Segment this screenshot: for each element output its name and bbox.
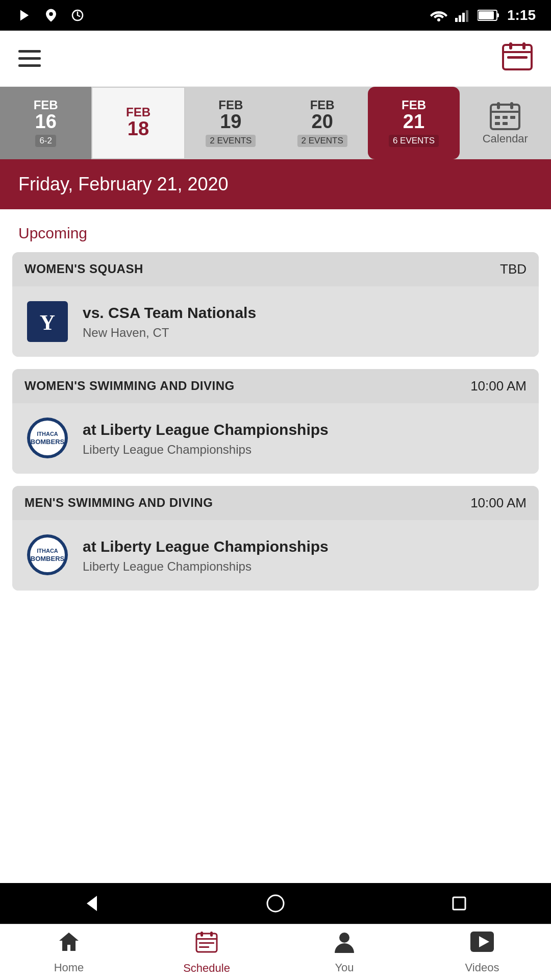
time-display: 1:15 xyxy=(507,7,536,23)
svg-rect-11 xyxy=(503,51,532,53)
event-card-header: WOMEN'S SWIMMING AND DIVING 10:00 AM xyxy=(12,369,539,403)
home-icon xyxy=(57,930,81,958)
date-tab-feb18[interactable]: FEB 18 xyxy=(91,87,185,159)
date-tab-feb19[interactable]: FEB 19 2 EVENTS xyxy=(185,87,277,159)
event-card-header: MEN'S SWIMMING AND DIVING 10:00 AM xyxy=(12,486,539,520)
play-icon xyxy=(15,6,34,24)
status-icons-left xyxy=(15,6,87,24)
nav-schedule[interactable]: Schedule xyxy=(138,924,276,980)
svg-rect-16 xyxy=(491,111,519,113)
nav-you[interactable]: You xyxy=(276,924,413,980)
svg-rect-6 xyxy=(466,10,468,22)
battery-icon xyxy=(478,9,500,21)
event-details: vs. CSA Team Nationals New Haven, CT xyxy=(83,303,527,340)
svg-rect-41 xyxy=(199,942,214,944)
upcoming-section-label: Upcoming xyxy=(0,209,551,252)
svg-point-43 xyxy=(339,933,349,943)
svg-rect-8 xyxy=(497,13,499,17)
date-selector: FEB 16 6-2 FEB 18 FEB 19 2 EVENTS FEB 20… xyxy=(0,87,551,159)
event-card-body: ITHACA BOMBERS at Liberty League Champio… xyxy=(12,520,539,591)
events-list: WOMEN'S SQUASH TBD Y vs. CSA Team Nation… xyxy=(0,252,551,591)
event-details: at Liberty League Championships Liberty … xyxy=(83,420,527,457)
event-card-mens-swimming[interactable]: MEN'S SWIMMING AND DIVING 10:00 AM ITHAC… xyxy=(12,486,539,591)
wifi-icon xyxy=(430,9,448,22)
svg-text:BOMBERS: BOMBERS xyxy=(30,555,64,562)
svg-rect-5 xyxy=(462,13,465,22)
svg-rect-20 xyxy=(503,116,508,119)
menu-button[interactable] xyxy=(18,50,41,67)
svg-rect-12 xyxy=(509,42,512,50)
ithaca-logo-2: ITHACA BOMBERS xyxy=(24,532,70,578)
svg-rect-36 xyxy=(453,897,465,910)
svg-rect-21 xyxy=(510,116,515,119)
svg-rect-3 xyxy=(455,18,458,22)
svg-point-35 xyxy=(267,895,284,912)
calendar-tab[interactable]: Calendar xyxy=(460,87,551,159)
app-bar xyxy=(0,31,551,87)
sync-icon xyxy=(68,6,87,24)
svg-text:ITHACA: ITHACA xyxy=(37,548,58,554)
schedule-icon xyxy=(195,930,218,959)
date-tab-feb20[interactable]: FEB 20 2 EVENTS xyxy=(277,87,368,159)
android-nav-bar xyxy=(0,883,551,924)
svg-marker-0 xyxy=(20,10,29,21)
yale-logo: Y xyxy=(24,299,70,345)
calendar-view-button[interactable] xyxy=(502,41,533,76)
svg-rect-9 xyxy=(479,11,494,19)
date-header: Friday, February 21, 2020 xyxy=(0,159,551,209)
person-icon xyxy=(334,930,355,958)
home-button[interactable] xyxy=(260,888,291,919)
svg-rect-23 xyxy=(503,122,508,125)
back-button[interactable] xyxy=(77,888,107,919)
play-nav-icon xyxy=(470,930,494,958)
svg-rect-17 xyxy=(497,102,500,109)
svg-rect-38 xyxy=(196,938,217,940)
status-icons-right: 1:15 xyxy=(430,7,536,23)
nav-home[interactable]: Home xyxy=(0,924,138,980)
svg-marker-34 xyxy=(87,896,97,911)
ithaca-logo: ITHACA BOMBERS xyxy=(24,415,70,461)
texas-icon xyxy=(42,6,60,24)
bottom-nav: Home Schedule You xyxy=(0,924,551,980)
svg-rect-18 xyxy=(510,102,513,109)
event-card-body: Y vs. CSA Team Nationals New Haven, CT xyxy=(12,286,539,357)
event-details: at Liberty League Championships Liberty … xyxy=(83,536,527,574)
svg-rect-40 xyxy=(210,932,213,937)
event-card-womens-squash[interactable]: WOMEN'S SQUASH TBD Y vs. CSA Team Nation… xyxy=(12,252,539,357)
nav-videos[interactable]: Videos xyxy=(413,924,551,980)
svg-rect-19 xyxy=(495,116,500,119)
event-card-womens-swimming[interactable]: WOMEN'S SWIMMING AND DIVING 10:00 AM ITH… xyxy=(12,369,539,474)
event-card-body: ITHACA BOMBERS at Liberty League Champio… xyxy=(12,403,539,474)
svg-text:Y: Y xyxy=(40,311,55,334)
svg-point-2 xyxy=(437,18,440,21)
svg-text:BOMBERS: BOMBERS xyxy=(30,438,64,446)
svg-rect-22 xyxy=(495,122,500,125)
svg-text:ITHACA: ITHACA xyxy=(37,431,58,437)
svg-rect-13 xyxy=(522,42,525,50)
event-card-header: WOMEN'S SQUASH TBD xyxy=(12,252,539,286)
svg-rect-39 xyxy=(201,932,203,937)
recents-button[interactable] xyxy=(444,888,474,919)
svg-rect-4 xyxy=(459,15,461,22)
status-bar: 1:15 xyxy=(0,0,551,31)
svg-rect-42 xyxy=(199,946,209,948)
signal-icon xyxy=(455,9,470,22)
svg-rect-14 xyxy=(507,56,528,59)
date-tab-feb16[interactable]: FEB 16 6-2 xyxy=(0,87,91,159)
date-tab-feb21[interactable]: FEB 21 6 EVENTS xyxy=(368,87,459,159)
